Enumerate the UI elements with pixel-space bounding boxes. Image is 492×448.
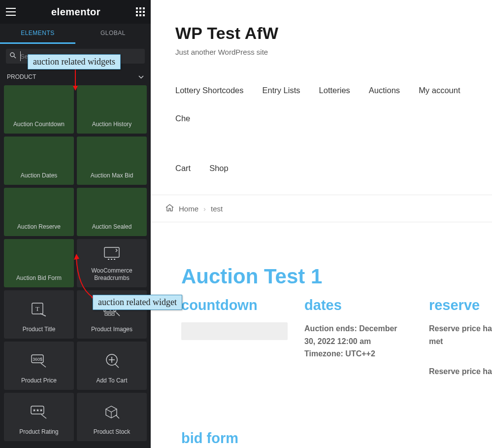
annotation-callout: auction related widgets (28, 54, 121, 69)
page-title: Auction Test 1 (181, 265, 492, 288)
widget-label: Product Title (23, 326, 56, 333)
search-icon (10, 52, 16, 61)
menu-icon[interactable] (6, 8, 16, 16)
breadcrumb-separator: › (203, 205, 206, 213)
widget-label: Auction Reserve (17, 223, 61, 230)
widget-item[interactable]: Auction Sealed (77, 188, 147, 236)
breadcrumb-current: test (211, 205, 223, 213)
svg-rect-2 (143, 7, 145, 9)
widget-item[interactable]: ★★★Product Rating (4, 393, 74, 441)
svg-rect-20 (108, 313, 111, 315)
reserve-heading: reserve (429, 297, 492, 313)
svg-rect-11 (108, 259, 109, 260)
home-icon[interactable] (165, 204, 174, 213)
nav-item[interactable]: My account (419, 86, 460, 95)
widget-label: Product Stock (94, 428, 131, 435)
widget-label: Auction Sealed (92, 223, 132, 230)
svg-rect-4 (139, 11, 141, 13)
breadcrumb-home[interactable]: Home (179, 205, 198, 213)
reserve-column: reserve Reserve price hamet Reserve pric… (429, 297, 492, 396)
cart-icon (104, 349, 119, 372)
page-content: WP Test AfW Just another WordPress site … (151, 0, 492, 448)
widget-item[interactable]: Product Stock (77, 393, 147, 441)
brand-logo: elementor (51, 6, 100, 18)
breadcrumb-icon (104, 244, 120, 262)
primary-nav: Lottery Shortcodes Entry Lists Lotteries… (151, 56, 492, 173)
svg-rect-0 (136, 7, 138, 9)
stock-icon (104, 401, 120, 423)
nav-item[interactable]: Auctions (369, 86, 400, 95)
widget-label: Auction Max Bid (91, 172, 133, 179)
svg-point-9 (10, 53, 14, 57)
widget-item[interactable]: TProduct Title (4, 290, 74, 339)
auction-end-date: Auction ends: December 30, 2022 12:00 am (304, 322, 405, 347)
nav-item[interactable]: Cart (175, 164, 191, 173)
widget-item[interactable]: WooCommerce Breadcrumbs (77, 239, 147, 287)
widget-item[interactable]: Auction Reserve (4, 188, 74, 236)
nav-item[interactable]: Shop (209, 164, 229, 173)
widget-label: Product Images (91, 326, 132, 333)
section-product[interactable]: PRODUCT (0, 69, 151, 85)
widget-label: Auction History (92, 121, 132, 128)
breadcrumb: Home › test (151, 195, 492, 222)
svg-rect-3 (136, 11, 138, 13)
bid-heading: bid form (181, 430, 492, 447)
svg-rect-19 (105, 313, 107, 315)
svg-rect-13 (114, 259, 115, 260)
widget-label: Add To Cart (96, 377, 127, 384)
title-icon: T (32, 298, 46, 321)
dates-heading: dates (304, 297, 405, 313)
bid-form: bid form + - Bid Add to watchlist! (181, 430, 492, 448)
svg-rect-12 (111, 259, 112, 260)
widget-item[interactable]: Auction Max Bid (77, 137, 147, 185)
site-title: WP Test AfW (175, 24, 492, 43)
tab-elements[interactable]: ELEMENTS (0, 24, 75, 44)
widget-grid: Auction CountdownAuction HistoryAuction … (0, 85, 151, 445)
widget-label: WooCommerce Breadcrumbs (80, 267, 144, 281)
auction-timezone: Timezone: UTC++2 (304, 347, 405, 360)
section-label: PRODUCT (7, 73, 36, 80)
chevron-down-icon (138, 73, 144, 80)
svg-point-16 (45, 315, 46, 316)
widget-item[interactable]: Add To Cart (77, 342, 147, 390)
widget-item[interactable]: 360$Product Price (4, 342, 74, 390)
widget-item[interactable]: Auction Dates (4, 137, 74, 185)
sidebar-header: elementor (0, 0, 151, 24)
svg-rect-7 (139, 14, 141, 16)
widget-label: Auction Dates (21, 172, 58, 179)
svg-rect-1 (139, 7, 141, 9)
nav-item[interactable]: Entry Lists (262, 86, 300, 95)
widget-item[interactable]: Auction History (77, 85, 147, 134)
tab-global[interactable]: GLOBAL (75, 24, 151, 44)
widget-label: Auction Countdown (13, 121, 65, 128)
annotation-callout: auction related widget (93, 295, 182, 310)
site-tagline: Just another WordPress site (175, 48, 492, 56)
svg-rect-10 (104, 247, 119, 257)
svg-rect-5 (143, 11, 145, 13)
widget-label: Product Price (21, 377, 57, 384)
svg-text:360$: 360$ (33, 357, 42, 362)
price-icon: 360$ (31, 349, 47, 372)
svg-rect-8 (143, 14, 145, 16)
svg-text:T: T (35, 305, 39, 312)
svg-rect-6 (136, 14, 138, 16)
widget-item[interactable]: Auction Countdown (4, 85, 74, 134)
widget-label: Auction Bid Form (16, 275, 62, 281)
rating-icon: ★★★ (31, 401, 47, 423)
countdown-placeholder (181, 322, 288, 340)
reserve-text-2: Reserve price ha (429, 365, 492, 378)
svg-text:★★★: ★★★ (33, 408, 43, 413)
nav-item[interactable]: Che (175, 114, 190, 123)
widget-item[interactable]: Auction Bid Form (4, 239, 74, 287)
svg-rect-21 (112, 313, 114, 315)
countdown-column: countdown (181, 297, 288, 396)
nav-item[interactable]: Lottery Shortcodes (175, 86, 244, 95)
widget-label: Product Rating (19, 428, 58, 435)
nav-item[interactable]: Lotteries (319, 86, 350, 95)
reserve-text: Reserve price ha (429, 324, 492, 333)
apps-icon[interactable] (136, 7, 145, 16)
sidebar-tabs: ELEMENTS GLOBAL (0, 24, 151, 44)
countdown-heading: countdown (181, 297, 288, 313)
dates-column: dates Auction ends: December 30, 2022 12… (304, 297, 405, 396)
